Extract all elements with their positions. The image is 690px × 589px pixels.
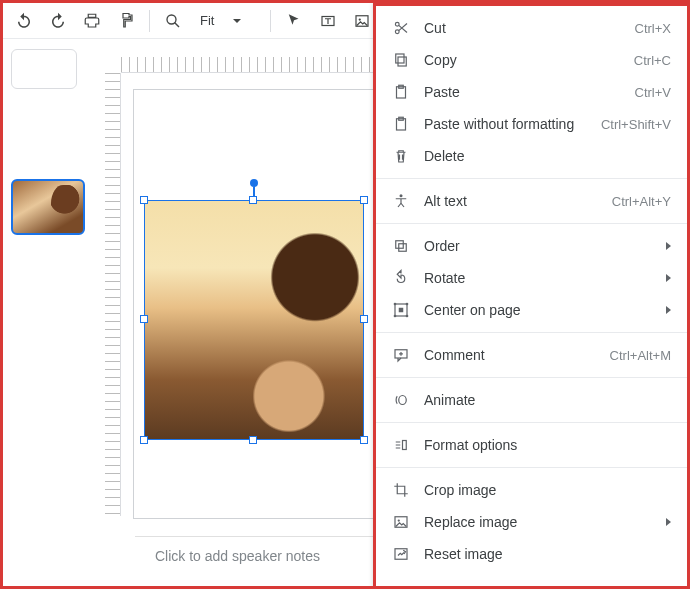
menu-item-shortcut: Ctrl+V (635, 85, 671, 100)
menu-divider (376, 178, 687, 179)
rotate-icon (390, 268, 412, 288)
menu-item-alttext[interactable]: Alt textCtrl+Alt+Y (376, 185, 687, 217)
menu-item-label: Alt text (424, 193, 612, 209)
svg-rect-25 (403, 441, 407, 450)
menu-item-shortcut: Ctrl+X (635, 21, 671, 36)
menu-item-shortcut: Ctrl+Shift+V (601, 117, 671, 132)
image-icon (390, 512, 412, 532)
toolbar-separator (270, 10, 271, 32)
menu-item-center[interactable]: Center on page (376, 294, 687, 326)
scissors-icon (390, 18, 412, 38)
resize-handle[interactable] (140, 436, 148, 444)
submenu-arrow-icon (666, 242, 671, 250)
svg-rect-16 (399, 244, 407, 252)
menu-item-replace[interactable]: Replace image (376, 506, 687, 538)
trash-icon (390, 146, 412, 166)
ruler-vertical (105, 73, 121, 516)
clipboard-icon (390, 82, 412, 102)
menu-item-label: Paste without formatting (424, 116, 601, 132)
menu-item-label: Rotate (424, 270, 666, 286)
menu-item-delete[interactable]: Delete (376, 140, 687, 172)
filmstrip (3, 39, 93, 586)
toolbar-separator (149, 10, 150, 32)
comment-icon (390, 345, 412, 365)
resize-handle[interactable] (360, 315, 368, 323)
resize-handle[interactable] (249, 196, 257, 204)
menu-item-label: Crop image (424, 482, 671, 498)
menu-divider (376, 377, 687, 378)
rotate-handle-icon[interactable] (250, 179, 258, 187)
resize-handle[interactable] (249, 436, 257, 444)
center-icon (390, 300, 412, 320)
menu-item-label: Reset image (424, 546, 671, 562)
menu-item-label: Comment (424, 347, 610, 363)
select-tool-button[interactable] (279, 7, 309, 35)
chevron-down-icon (232, 16, 242, 26)
slide-thumbnail[interactable] (11, 49, 77, 89)
menu-divider (376, 422, 687, 423)
menu-item-label: Format options (424, 437, 671, 453)
resize-handle[interactable] (360, 196, 368, 204)
crop-icon (390, 480, 412, 500)
resize-handle[interactable] (140, 315, 148, 323)
paint-format-button[interactable] (111, 7, 141, 35)
menu-item-label: Order (424, 238, 666, 254)
redo-button[interactable] (43, 7, 73, 35)
textbox-tool-button[interactable] (313, 7, 343, 35)
copy-icon (390, 50, 412, 70)
svg-rect-8 (398, 57, 406, 66)
order-icon (390, 236, 412, 256)
svg-point-6 (395, 22, 399, 26)
zoom-select[interactable]: Fit (192, 7, 262, 35)
menu-item-label: Center on page (424, 302, 666, 318)
menu-item-label: Paste (424, 84, 635, 100)
svg-line-1 (175, 22, 180, 27)
menu-item-rotate[interactable]: Rotate (376, 262, 687, 294)
print-button[interactable] (77, 7, 107, 35)
zoom-label: Fit (200, 13, 214, 28)
speaker-notes-placeholder: Click to add speaker notes (155, 548, 320, 564)
menu-divider (376, 467, 687, 468)
svg-point-4 (359, 18, 361, 20)
format-icon (390, 435, 412, 455)
motion-icon (390, 390, 412, 410)
menu-item-cut[interactable]: CutCtrl+X (376, 12, 687, 44)
menu-item-animate[interactable]: Animate (376, 384, 687, 416)
menu-item-label: Cut (424, 20, 635, 36)
menu-divider (376, 332, 687, 333)
svg-point-7 (395, 30, 399, 34)
accessibility-icon (390, 191, 412, 211)
zoom-out-button[interactable] (158, 7, 188, 35)
menu-item-reset[interactable]: Reset image (376, 538, 687, 570)
menu-item-copy[interactable]: CopyCtrl+C (376, 44, 687, 76)
menu-item-order[interactable]: Order (376, 230, 687, 262)
slide-thumbnail-selected[interactable] (11, 179, 85, 235)
menu-item-comment[interactable]: CommentCtrl+Alt+M (376, 339, 687, 371)
menu-item-crop[interactable]: Crop image (376, 474, 687, 506)
svg-rect-18 (399, 308, 404, 313)
clipboard-icon (390, 114, 412, 134)
svg-point-24 (399, 396, 407, 405)
menu-item-label: Copy (424, 52, 634, 68)
submenu-arrow-icon (666, 518, 671, 526)
svg-rect-9 (396, 54, 404, 63)
menu-item-shortcut: Ctrl+C (634, 53, 671, 68)
submenu-arrow-icon (666, 306, 671, 314)
menu-divider (376, 223, 687, 224)
menu-item-label: Replace image (424, 514, 666, 530)
svg-point-27 (398, 519, 400, 521)
menu-item-label: Animate (424, 392, 671, 408)
menu-item-paste-nf[interactable]: Paste without formattingCtrl+Shift+V (376, 108, 687, 140)
menu-item-paste[interactable]: PasteCtrl+V (376, 76, 687, 108)
menu-item-shortcut: Ctrl+Alt+M (610, 348, 671, 363)
svg-rect-15 (396, 241, 404, 249)
submenu-arrow-icon (666, 274, 671, 282)
menu-item-format[interactable]: Format options (376, 429, 687, 461)
selected-image[interactable] (144, 200, 364, 440)
undo-button[interactable] (9, 7, 39, 35)
menu-item-label: Delete (424, 148, 671, 164)
context-menu: CutCtrl+XCopyCtrl+CPasteCtrl+VPaste with… (373, 3, 687, 589)
menu-item-shortcut: Ctrl+Alt+Y (612, 194, 671, 209)
resize-handle[interactable] (140, 196, 148, 204)
resize-handle[interactable] (360, 436, 368, 444)
